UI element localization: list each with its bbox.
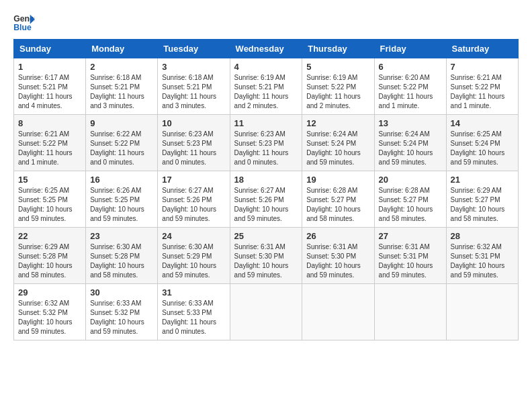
- day-info: Sunrise: 6:19 AM Sunset: 5:21 PM Dayligh…: [234, 73, 298, 111]
- day-number: 17: [162, 175, 225, 185]
- calendar-cell: 26Sunrise: 6:31 AM Sunset: 5:30 PM Dayli…: [302, 228, 374, 284]
- calendar-cell: 3Sunrise: 6:18 AM Sunset: 5:21 PM Daylig…: [158, 58, 230, 115]
- day-info: Sunrise: 6:31 AM Sunset: 5:30 PM Dayligh…: [234, 242, 298, 280]
- day-number: 8: [18, 118, 81, 128]
- calendar-week-2: 8Sunrise: 6:21 AM Sunset: 5:22 PM Daylig…: [14, 115, 519, 171]
- calendar-cell: 11Sunrise: 6:23 AM Sunset: 5:23 PM Dayli…: [230, 115, 302, 171]
- calendar-cell: 20Sunrise: 6:28 AM Sunset: 5:27 PM Dayli…: [374, 171, 446, 228]
- day-info: Sunrise: 6:33 AM Sunset: 5:32 PM Dayligh…: [90, 299, 153, 336]
- calendar-cell: [302, 284, 374, 340]
- day-info: Sunrise: 6:25 AM Sunset: 5:25 PM Dayligh…: [18, 186, 81, 224]
- calendar-cell: 23Sunrise: 6:30 AM Sunset: 5:28 PM Dayli…: [86, 228, 158, 284]
- day-info: Sunrise: 6:23 AM Sunset: 5:23 PM Dayligh…: [162, 130, 225, 167]
- day-number: 31: [162, 287, 225, 298]
- calendar-cell: 19Sunrise: 6:28 AM Sunset: 5:27 PM Dayli…: [302, 171, 374, 228]
- day-info: Sunrise: 6:30 AM Sunset: 5:28 PM Dayligh…: [90, 242, 153, 280]
- day-info: Sunrise: 6:27 AM Sunset: 5:26 PM Dayligh…: [162, 186, 225, 224]
- calendar-cell: [446, 284, 518, 340]
- day-info: Sunrise: 6:18 AM Sunset: 5:21 PM Dayligh…: [90, 73, 153, 111]
- day-number: 28: [451, 231, 514, 241]
- day-number: 23: [90, 231, 153, 241]
- day-info: Sunrise: 6:33 AM Sunset: 5:33 PM Dayligh…: [162, 299, 225, 336]
- calendar-cell: 25Sunrise: 6:31 AM Sunset: 5:30 PM Dayli…: [230, 228, 302, 284]
- day-number: 9: [90, 118, 153, 128]
- day-info: Sunrise: 6:20 AM Sunset: 5:22 PM Dayligh…: [379, 73, 442, 111]
- calendar-cell: 12Sunrise: 6:24 AM Sunset: 5:24 PM Dayli…: [302, 115, 374, 171]
- calendar-cell: 13Sunrise: 6:24 AM Sunset: 5:24 PM Dayli…: [374, 115, 446, 171]
- calendar-cell: 22Sunrise: 6:29 AM Sunset: 5:28 PM Dayli…: [14, 228, 86, 284]
- calendar-cell: 27Sunrise: 6:31 AM Sunset: 5:31 PM Dayli…: [374, 228, 446, 284]
- calendar-cell: 16Sunrise: 6:26 AM Sunset: 5:25 PM Dayli…: [86, 171, 158, 228]
- day-info: Sunrise: 6:21 AM Sunset: 5:22 PM Dayligh…: [451, 73, 514, 111]
- calendar-cell: 4Sunrise: 6:19 AM Sunset: 5:21 PM Daylig…: [230, 58, 302, 115]
- page-header: General Blue: [13, 13, 519, 32]
- calendar-body: 1Sunrise: 6:17 AM Sunset: 5:21 PM Daylig…: [14, 58, 519, 340]
- day-number: 10: [162, 118, 225, 128]
- day-info: Sunrise: 6:18 AM Sunset: 5:21 PM Dayligh…: [162, 73, 225, 111]
- day-info: Sunrise: 6:32 AM Sunset: 5:32 PM Dayligh…: [18, 299, 81, 336]
- day-number: 27: [379, 231, 442, 241]
- day-number: 29: [18, 287, 81, 298]
- day-number: 11: [234, 118, 298, 128]
- day-info: Sunrise: 6:25 AM Sunset: 5:24 PM Dayligh…: [451, 130, 514, 167]
- day-info: Sunrise: 6:30 AM Sunset: 5:29 PM Dayligh…: [162, 242, 225, 280]
- day-number: 18: [234, 175, 298, 185]
- weekday-header-thursday: Thursday: [302, 40, 374, 58]
- calendar-week-5: 29Sunrise: 6:32 AM Sunset: 5:32 PM Dayli…: [14, 284, 519, 340]
- calendar-week-1: 1Sunrise: 6:17 AM Sunset: 5:21 PM Daylig…: [14, 58, 519, 115]
- day-info: Sunrise: 6:23 AM Sunset: 5:23 PM Dayligh…: [234, 130, 298, 167]
- calendar-cell: 5Sunrise: 6:19 AM Sunset: 5:22 PM Daylig…: [302, 58, 374, 115]
- weekday-header-wednesday: Wednesday: [230, 40, 302, 58]
- weekday-header-friday: Friday: [374, 40, 446, 58]
- calendar-cell: [230, 284, 302, 340]
- day-info: Sunrise: 6:26 AM Sunset: 5:25 PM Dayligh…: [90, 186, 153, 224]
- day-number: 16: [90, 175, 153, 185]
- calendar-cell: 31Sunrise: 6:33 AM Sunset: 5:33 PM Dayli…: [158, 284, 230, 340]
- day-info: Sunrise: 6:24 AM Sunset: 5:24 PM Dayligh…: [306, 130, 369, 167]
- day-info: Sunrise: 6:24 AM Sunset: 5:24 PM Dayligh…: [379, 130, 442, 167]
- day-info: Sunrise: 6:22 AM Sunset: 5:22 PM Dayligh…: [90, 130, 153, 167]
- calendar-cell: [374, 284, 446, 340]
- weekday-header-tuesday: Tuesday: [158, 40, 230, 58]
- calendar-cell: 30Sunrise: 6:33 AM Sunset: 5:32 PM Dayli…: [86, 284, 158, 340]
- calendar-cell: 18Sunrise: 6:27 AM Sunset: 5:26 PM Dayli…: [230, 171, 302, 228]
- day-number: 26: [306, 231, 369, 241]
- calendar-week-3: 15Sunrise: 6:25 AM Sunset: 5:25 PM Dayli…: [14, 171, 519, 228]
- weekday-header-saturday: Saturday: [446, 40, 518, 58]
- day-number: 22: [18, 231, 81, 241]
- day-number: 13: [379, 118, 442, 128]
- calendar-cell: 10Sunrise: 6:23 AM Sunset: 5:23 PM Dayli…: [158, 115, 230, 171]
- day-number: 2: [90, 62, 153, 72]
- day-number: 14: [451, 118, 514, 128]
- day-info: Sunrise: 6:29 AM Sunset: 5:28 PM Dayligh…: [18, 242, 81, 280]
- calendar-cell: 2Sunrise: 6:18 AM Sunset: 5:21 PM Daylig…: [86, 58, 158, 115]
- calendar-cell: 6Sunrise: 6:20 AM Sunset: 5:22 PM Daylig…: [374, 58, 446, 115]
- day-number: 1: [18, 62, 81, 72]
- day-number: 5: [306, 62, 369, 72]
- day-number: 3: [162, 62, 225, 72]
- calendar-cell: 28Sunrise: 6:32 AM Sunset: 5:31 PM Dayli…: [446, 228, 518, 284]
- day-number: 30: [90, 287, 153, 298]
- day-info: Sunrise: 6:27 AM Sunset: 5:26 PM Dayligh…: [234, 186, 298, 224]
- day-number: 12: [306, 118, 369, 128]
- weekday-header-sunday: Sunday: [14, 40, 86, 58]
- calendar-header-row: SundayMondayTuesdayWednesdayThursdayFrid…: [14, 40, 519, 58]
- day-info: Sunrise: 6:28 AM Sunset: 5:27 PM Dayligh…: [379, 186, 442, 224]
- calendar-cell: 21Sunrise: 6:29 AM Sunset: 5:27 PM Dayli…: [446, 171, 518, 228]
- day-number: 6: [379, 62, 442, 72]
- day-info: Sunrise: 6:29 AM Sunset: 5:27 PM Dayligh…: [451, 186, 514, 224]
- weekday-header-monday: Monday: [86, 40, 158, 58]
- calendar-cell: 17Sunrise: 6:27 AM Sunset: 5:26 PM Dayli…: [158, 171, 230, 228]
- day-number: 7: [451, 62, 514, 72]
- day-info: Sunrise: 6:32 AM Sunset: 5:31 PM Dayligh…: [451, 242, 514, 280]
- calendar-week-4: 22Sunrise: 6:29 AM Sunset: 5:28 PM Dayli…: [14, 228, 519, 284]
- day-info: Sunrise: 6:17 AM Sunset: 5:21 PM Dayligh…: [18, 73, 81, 111]
- day-number: 20: [379, 175, 442, 185]
- day-info: Sunrise: 6:31 AM Sunset: 5:30 PM Dayligh…: [306, 242, 369, 280]
- calendar-cell: 9Sunrise: 6:22 AM Sunset: 5:22 PM Daylig…: [86, 115, 158, 171]
- calendar-cell: 15Sunrise: 6:25 AM Sunset: 5:25 PM Dayli…: [14, 171, 86, 228]
- day-number: 19: [306, 175, 369, 185]
- calendar-cell: 14Sunrise: 6:25 AM Sunset: 5:24 PM Dayli…: [446, 115, 518, 171]
- logo: General Blue: [13, 13, 38, 32]
- day-number: 4: [234, 62, 298, 72]
